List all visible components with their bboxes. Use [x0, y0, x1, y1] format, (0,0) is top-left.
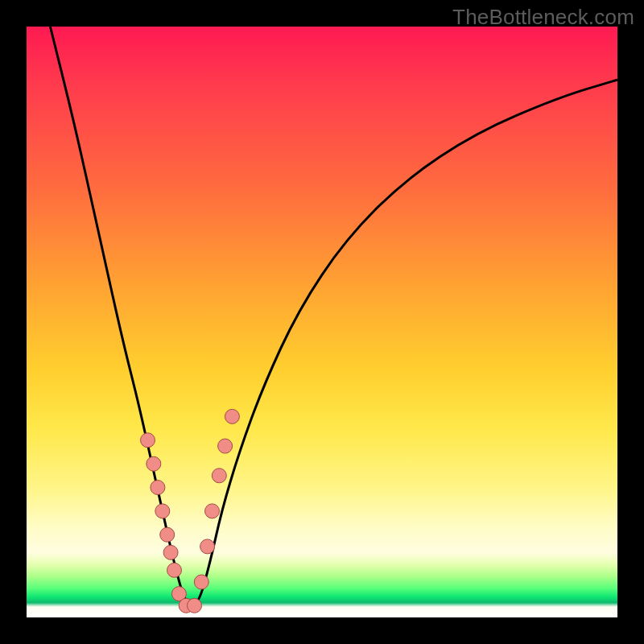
marker-dot	[167, 563, 182, 577]
marker-dot	[194, 575, 208, 589]
marker-dot	[151, 481, 165, 495]
marker-dot	[160, 527, 175, 542]
marker-dot	[155, 504, 170, 518]
marker-dot	[225, 409, 239, 423]
bottleneck-curve	[50, 27, 617, 605]
chart-svg	[27, 27, 617, 617]
marker-dot	[163, 545, 178, 559]
marker-dot	[218, 439, 233, 453]
watermark-text: TheBottleneck.com	[452, 5, 634, 30]
marker-dot	[141, 433, 155, 448]
marker-dot	[200, 539, 215, 554]
chart-frame: TheBottleneck.com	[0, 0, 644, 644]
marker-dot	[188, 598, 202, 613]
marker-dot	[212, 469, 226, 483]
highlighted-points	[141, 409, 240, 613]
marker-dot	[147, 456, 161, 471]
plot-area	[27, 27, 617, 617]
marker-dot	[205, 504, 220, 518]
